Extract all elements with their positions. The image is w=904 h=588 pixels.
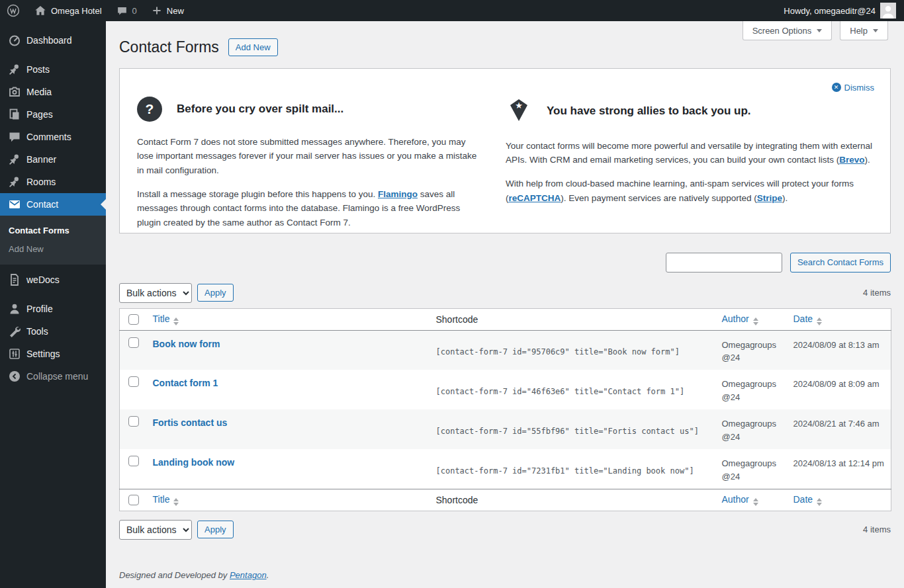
pages-icon bbox=[8, 108, 21, 121]
flamingo-link[interactable]: Flamingo bbox=[378, 189, 418, 199]
account-menu[interactable]: Howdy, omegaeditr@24 bbox=[784, 3, 896, 19]
apply-button[interactable]: Apply bbox=[197, 284, 234, 302]
column-header-date[interactable]: Date bbox=[788, 489, 891, 511]
form-title-link[interactable]: Fortis contact us bbox=[153, 417, 228, 428]
sidebar-item-pages[interactable]: Pages bbox=[0, 103, 106, 126]
dismiss-button[interactable]: ✕ Dismiss bbox=[832, 83, 875, 93]
screen-options-button[interactable]: Screen Options bbox=[743, 21, 833, 40]
column-header-date[interactable]: Date bbox=[788, 308, 891, 330]
comments-count: 0 bbox=[132, 6, 137, 16]
column-header-title[interactable]: Title bbox=[148, 308, 431, 330]
column-header-author[interactable]: Author bbox=[717, 308, 788, 330]
row-checkbox[interactable] bbox=[128, 376, 139, 387]
table-row: Book now form [contact-form-7 id="95706c… bbox=[120, 330, 891, 370]
search-contact-forms-button[interactable]: Search Contact Forms bbox=[790, 253, 891, 273]
bulk-actions-select[interactable]: Bulk actions bbox=[119, 283, 192, 303]
new-content-menu[interactable]: New bbox=[152, 5, 184, 16]
column-header-shortcode: Shortcode bbox=[431, 489, 717, 511]
table-row: Contact form 1 [contact-form-7 id="46f63… bbox=[120, 370, 891, 409]
chevron-down-icon bbox=[817, 29, 822, 32]
contact-submenu: Contact Forms Add New bbox=[0, 216, 106, 265]
sort-icon bbox=[817, 498, 822, 506]
notice-heading: You have strong allies to back you up. bbox=[547, 105, 751, 118]
comments-menu[interactable]: 0 bbox=[116, 5, 137, 17]
home-icon bbox=[34, 5, 46, 17]
howdy-text: Howdy, omegaeditr@24 bbox=[784, 6, 876, 16]
author-cell: Omegagroups@24 bbox=[722, 417, 783, 443]
shortcode-text[interactable]: [contact-form-7 id="55fbf96" title="Fort… bbox=[436, 427, 699, 436]
sidebar-item-comments[interactable]: Comments bbox=[0, 126, 106, 148]
date-cell: 2024/08/09 at 8:09 am bbox=[793, 378, 880, 391]
sidebar-item-dashboard[interactable]: Dashboard bbox=[0, 29, 106, 52]
help-button[interactable]: Help bbox=[840, 21, 888, 40]
notice-column-allies: ★ You have strong allies to back you up.… bbox=[506, 97, 874, 233]
submenu-item-add-new[interactable]: Add New bbox=[0, 239, 106, 258]
sidebar-item-collapse-menu[interactable]: Collapse menu bbox=[0, 365, 106, 388]
recaptcha-link[interactable]: reCAPTCHA bbox=[509, 193, 561, 203]
row-checkbox[interactable] bbox=[128, 337, 139, 348]
table-row: Fortis contact us [contact-form-7 id="55… bbox=[120, 409, 891, 449]
avatar bbox=[880, 3, 896, 19]
shortcode-text[interactable]: [contact-form-7 id="46f63e6" title="Cont… bbox=[436, 387, 685, 396]
select-all-checkbox[interactable] bbox=[128, 314, 139, 325]
column-header-author[interactable]: Author bbox=[717, 489, 788, 511]
profile-icon bbox=[8, 302, 21, 315]
author-cell: Omegagroups@24 bbox=[722, 378, 783, 403]
shortcode-text[interactable]: [contact-form-7 id="95706c9" title="Book… bbox=[436, 347, 680, 357]
pentagon-link[interactable]: Pentagon bbox=[230, 570, 267, 580]
stripe-link[interactable]: Stripe bbox=[757, 193, 782, 203]
wordpress-admin-screen: Omega Hotel 0 New Howdy, omegaeditr@24 bbox=[0, 0, 904, 588]
add-new-button[interactable]: Add New bbox=[228, 38, 278, 56]
admin-footer-credit: Designed and Developed by Pentagon. bbox=[119, 570, 891, 580]
contact-forms-table: Title Shortcode Author Date Book now for… bbox=[119, 308, 891, 511]
table-header-row: Title Shortcode Author Date bbox=[120, 308, 891, 330]
plus-icon bbox=[152, 5, 162, 16]
media-icon bbox=[8, 85, 21, 99]
notice-paragraph: Install a message storage plugin before … bbox=[137, 187, 478, 230]
question-icon: ? bbox=[137, 97, 162, 122]
form-title-link[interactable]: Contact form 1 bbox=[153, 378, 218, 388]
admin-sidebar: Dashboard Posts Media Pages Comments Ban… bbox=[0, 21, 106, 588]
sidebar-item-banner[interactable]: Banner bbox=[0, 148, 106, 171]
column-header-shortcode: Shortcode bbox=[431, 308, 717, 330]
form-title-link[interactable]: Landing book now bbox=[153, 457, 235, 468]
bulk-actions-select[interactable]: Bulk actions bbox=[119, 520, 192, 540]
submenu-item-contact-forms[interactable]: Contact Forms bbox=[0, 221, 106, 239]
pin-icon bbox=[8, 153, 21, 166]
column-header-title[interactable]: Title bbox=[148, 489, 431, 511]
shortcode-text[interactable]: [contact-form-7 id="7231fb1" title="Land… bbox=[436, 466, 694, 476]
apply-button[interactable]: Apply bbox=[197, 521, 234, 538]
sidebar-item-contact[interactable]: Contact bbox=[0, 193, 106, 216]
select-all-checkbox[interactable] bbox=[128, 495, 139, 505]
notice-heading: Before you cry over spilt mail... bbox=[177, 103, 343, 116]
sidebar-item-posts[interactable]: Posts bbox=[0, 58, 106, 81]
search-input[interactable] bbox=[666, 253, 782, 273]
sort-icon bbox=[173, 498, 179, 506]
sidebar-item-tools[interactable]: Tools bbox=[0, 320, 106, 343]
pin-icon bbox=[8, 175, 21, 189]
notice-column-mail: ? Before you cry over spilt mail... Cont… bbox=[137, 97, 506, 233]
row-checkbox[interactable] bbox=[128, 456, 139, 466]
wp-logo-menu[interactable] bbox=[7, 4, 20, 17]
date-cell: 2024/08/13 at 12:14 pm bbox=[793, 457, 884, 470]
sidebar-item-media[interactable]: Media bbox=[0, 81, 106, 103]
form-title-link[interactable]: Book now form bbox=[153, 339, 220, 349]
author-cell: Omegagroups@24 bbox=[722, 339, 783, 364]
sidebar-item-rooms[interactable]: Rooms bbox=[0, 171, 106, 193]
svg-text:★: ★ bbox=[515, 101, 523, 110]
sidebar-item-wedocs[interactable]: weDocs bbox=[0, 269, 106, 291]
list-toolbar-top: Bulk actions Apply 4 items bbox=[119, 283, 891, 303]
envelope-icon bbox=[8, 198, 21, 211]
sidebar-item-profile[interactable]: Profile bbox=[0, 298, 106, 320]
table-row: Landing book now [contact-form-7 id="723… bbox=[120, 449, 891, 489]
items-count: 4 items bbox=[863, 288, 891, 298]
sidebar-item-settings[interactable]: Settings bbox=[0, 343, 106, 365]
row-checkbox[interactable] bbox=[128, 416, 139, 427]
wordpress-logo-icon bbox=[7, 4, 20, 17]
brevo-link[interactable]: Brevo bbox=[839, 155, 864, 165]
allies-icon: ★ bbox=[506, 97, 532, 126]
table-footer-row: Title Shortcode Author Date bbox=[120, 489, 891, 511]
site-name: Omega Hotel bbox=[51, 6, 102, 16]
settings-icon bbox=[8, 347, 21, 360]
site-name-menu[interactable]: Omega Hotel bbox=[34, 5, 102, 17]
